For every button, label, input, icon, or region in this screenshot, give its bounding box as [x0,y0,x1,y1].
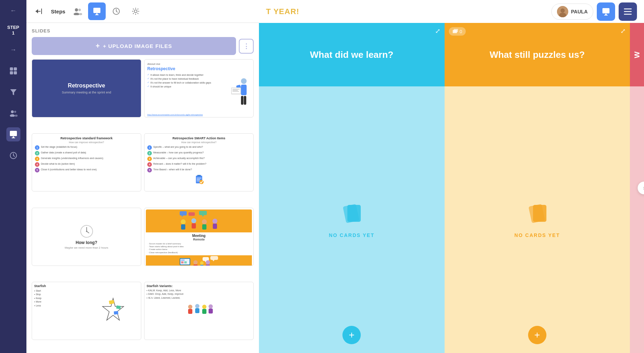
menu-button[interactable] [619,2,637,21]
svg-rect-9 [10,131,17,136]
users-nav-icon[interactable] [6,106,20,120]
svg-rect-73 [116,305,121,309]
svg-rect-66 [193,264,198,266]
svg-rect-78 [195,308,199,313]
col-header-learned: ⤢ What did we learn? [259,23,445,86]
framework-step-item: 4 Decide what to do (action item) [35,162,138,167]
slide-1-title: Retrospective [68,83,105,89]
slide-7[interactable]: Starfish • Start • Stop • Keep • More • … [32,282,141,340]
history-nav-icon[interactable] [6,148,20,163]
svg-rect-1 [14,67,17,71]
col-badge-puzzles: 0 [449,27,466,36]
svg-point-16 [75,8,78,12]
svg-point-81 [209,304,213,309]
slide-1[interactable]: Retrospective Summary meeting at the spr… [32,59,141,117]
add-card-puzzles-button[interactable]: + [528,326,546,344]
svg-rect-3 [14,71,17,74]
svg-point-24 [134,10,137,13]
svg-rect-38 [197,179,200,180]
svg-point-18 [79,9,81,11]
expand-puzzles-icon[interactable]: ⤢ [620,27,626,35]
present-button[interactable] [597,2,615,21]
layout-nav-icon[interactable] [6,64,20,78]
history-button[interactable] [107,2,125,20]
upload-row: + + UPLOAD IMAGE FILES ⋮ [26,37,259,59]
main-board: T YEAR! PAULA [259,0,644,353]
svg-point-6 [10,114,15,117]
svg-point-77 [195,304,199,308]
back-button[interactable] [30,2,48,20]
svg-rect-59 [181,261,184,263]
svg-rect-53 [192,223,196,229]
board-columns: ⤢ What did we learn? NO CARDS YET + [259,23,644,353]
filter-nav-icon[interactable] [6,85,20,99]
user-name: PAULA [571,9,588,14]
svg-rect-70 [206,264,210,266]
svg-point-42 [86,231,87,232]
smart-step-item: 5 Time Based – when will it be done? [147,168,250,172]
slide-4[interactable]: Retrospective SMART Action Items How can… [144,133,254,191]
slide-4-title: Retrospective SMART Action Items [147,136,250,140]
svg-rect-33 [233,90,238,91]
svg-rect-37 [197,178,202,178]
svg-rect-52 [181,224,185,230]
svg-rect-26 [241,85,247,95]
slide-6[interactable]: Meeting Remote · Scrum master do a brief… [144,208,254,266]
slide-8[interactable]: Starfish Variants: • KALM: Keep, Add, Le… [144,282,254,340]
svg-rect-80 [202,309,206,314]
step-number: 1 [12,30,14,36]
slides-grid: Retrospective Summary meeting at the spr… [26,59,259,353]
col-header-puzzles: 0 ⤢ What still puzzles us? [445,23,630,86]
participants-button[interactable] [69,2,86,20]
svg-rect-10 [13,136,14,138]
slides-toolbar-button[interactable] [88,2,106,20]
slide-3[interactable]: Retrospective standard framework How can… [32,133,141,191]
svg-rect-58 [181,260,185,261]
upload-button[interactable]: + + UPLOAD IMAGE FILES [32,37,236,55]
slides-nav-icon[interactable] [6,127,20,141]
svg-rect-32 [233,89,240,90]
slides-section-header: SLIDES [26,23,259,37]
back-icon[interactable]: ← [6,4,20,18]
svg-rect-28 [241,96,243,105]
svg-point-67 [200,261,204,265]
slide-2[interactable]: About me Retrospective ✓ It allows team … [144,59,254,117]
svg-marker-47 [202,215,204,217]
svg-rect-21 [96,13,98,14]
svg-rect-63 [210,256,218,260]
svg-rect-36 [197,175,201,176]
svg-point-84 [561,8,565,13]
svg-rect-93 [347,205,361,222]
more-options-button[interactable]: ⋮ [239,39,254,54]
svg-point-5 [11,110,14,113]
svg-point-50 [202,219,207,224]
smart-step-item: 4 Relevant – does it matter? will it fix… [147,162,250,167]
column-learned: ⤢ What did we learn? NO CARDS YET + [259,23,445,353]
add-card-learned-button[interactable]: + [342,326,361,344]
avatar [557,6,568,17]
svg-rect-20 [93,8,100,13]
slide-2-about: About me [147,62,250,66]
svg-rect-15 [41,8,42,14]
col-body-third [630,86,644,353]
slide-2-retro: Retrospective [147,66,250,71]
framework-step-item: 3 Generate insights (understanding influ… [35,157,138,161]
slide-5-title: How long? [76,240,97,245]
left-sidebar: ← STEP 1 → [0,0,26,353]
steps-button[interactable]: Steps [49,2,67,20]
svg-point-69 [206,260,210,264]
svg-rect-72 [109,300,114,304]
header-right: PAULA [551,2,637,21]
arrow-right-nav-icon[interactable]: → [6,43,20,57]
user-badge: PAULA [551,4,593,20]
svg-rect-46 [199,211,207,215]
svg-rect-95 [454,29,458,32]
slide-5[interactable]: How long? Maybe we need more than 2 hour… [32,208,141,266]
expand-learned-icon[interactable]: ⤢ [435,27,440,35]
svg-rect-89 [624,8,632,10]
toolbar: Steps [26,0,259,23]
settings-button[interactable] [127,2,144,20]
svg-rect-74 [114,311,118,315]
col-title-learned: What did we learn? [303,49,401,60]
no-cards-text-puzzles: NO CARDS YET [514,232,560,238]
